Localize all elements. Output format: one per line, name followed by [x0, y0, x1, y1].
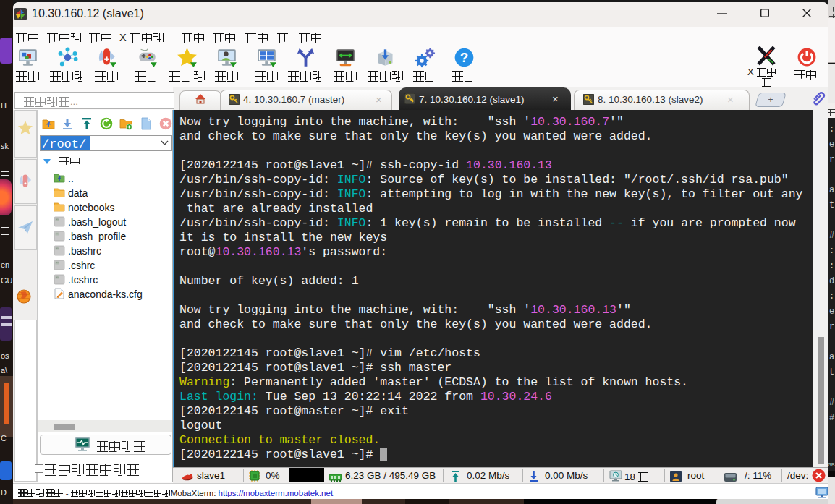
- svg-text:?: ?: [460, 50, 469, 65]
